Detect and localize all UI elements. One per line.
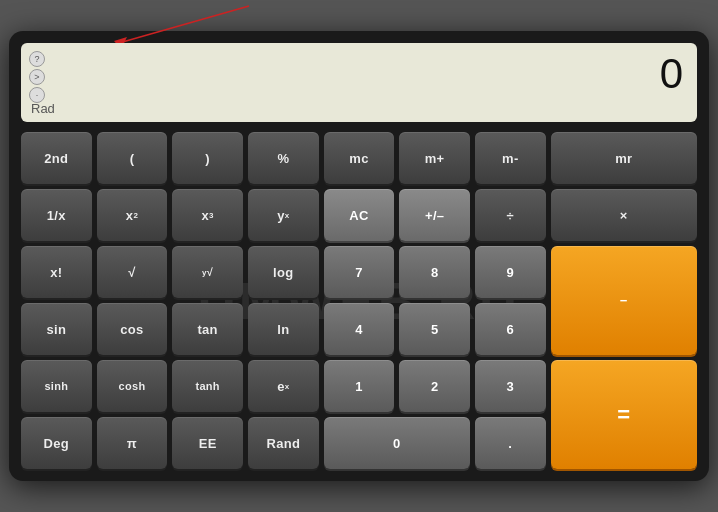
btn-mc[interactable]: mc (324, 132, 395, 184)
calculator: ? > · 0 Rad DMWEB.RU 2nd ( ) % mc m+ m- … (9, 31, 709, 481)
btn-pm[interactable]: +/– (399, 189, 470, 241)
btn-sqrt[interactable]: √ (97, 246, 168, 298)
window-btn-options[interactable]: · (29, 87, 45, 103)
btn-log[interactable]: log (248, 246, 319, 298)
btn-minus[interactable]: − (551, 246, 697, 355)
btn-equals[interactable]: = (551, 360, 697, 469)
btn-6[interactable]: 6 (475, 303, 546, 355)
display-value: 0 (31, 49, 687, 99)
btn-ee[interactable]: EE (172, 417, 243, 469)
btn-ac[interactable]: AC (324, 189, 395, 241)
window-btn-expand[interactable]: > (29, 69, 45, 85)
display-area: ? > · 0 Rad (21, 43, 697, 122)
btn-cos[interactable]: cos (97, 303, 168, 355)
btn-lpar[interactable]: ( (97, 132, 168, 184)
btn-yrt[interactable]: y√ (172, 246, 243, 298)
btn-3[interactable]: 3 (475, 360, 546, 412)
btn-mplus[interactable]: m+ (399, 132, 470, 184)
btn-7[interactable]: 7 (324, 246, 395, 298)
btn-5[interactable]: 5 (399, 303, 470, 355)
btn-mul[interactable]: × (551, 189, 697, 241)
btn-2[interactable]: 2 (399, 360, 470, 412)
btn-tan[interactable]: tan (172, 303, 243, 355)
btn-pct[interactable]: % (248, 132, 319, 184)
window-controls: ? > · (29, 51, 45, 103)
btn-dot[interactable]: . (475, 417, 546, 469)
btn-4[interactable]: 4 (324, 303, 395, 355)
btn-x3[interactable]: x3 (172, 189, 243, 241)
btn-mminus[interactable]: m- (475, 132, 546, 184)
button-grid: DMWEB.RU 2nd ( ) % mc m+ m- mr 1/x x2 x3… (21, 132, 697, 469)
btn-9[interactable]: 9 (475, 246, 546, 298)
btn-1x[interactable]: 1/x (21, 189, 92, 241)
btn-mr[interactable]: mr (551, 132, 697, 184)
btn-pi[interactable]: π (97, 417, 168, 469)
btn-sinh[interactable]: sinh (21, 360, 92, 412)
svg-line-0 (119, 6, 249, 43)
btn-rpar[interactable]: ) (172, 132, 243, 184)
btn-cosh[interactable]: cosh (97, 360, 168, 412)
btn-1[interactable]: 1 (324, 360, 395, 412)
btn-yx[interactable]: yx (248, 189, 319, 241)
btn-8[interactable]: 8 (399, 246, 470, 298)
btn-ex[interactable]: ex (248, 360, 319, 412)
display-mode: Rad (31, 99, 687, 116)
btn-0[interactable]: 0 (324, 417, 470, 469)
btn-deg[interactable]: Deg (21, 417, 92, 469)
btn-tanh[interactable]: tanh (172, 360, 243, 412)
window-btn-help[interactable]: ? (29, 51, 45, 67)
btn-xf[interactable]: x! (21, 246, 92, 298)
btn-x2[interactable]: x2 (97, 189, 168, 241)
btn-2nd[interactable]: 2nd (21, 132, 92, 184)
btn-ln[interactable]: ln (248, 303, 319, 355)
btn-rand[interactable]: Rand (248, 417, 319, 469)
btn-div[interactable]: ÷ (475, 189, 546, 241)
btn-sin[interactable]: sin (21, 303, 92, 355)
